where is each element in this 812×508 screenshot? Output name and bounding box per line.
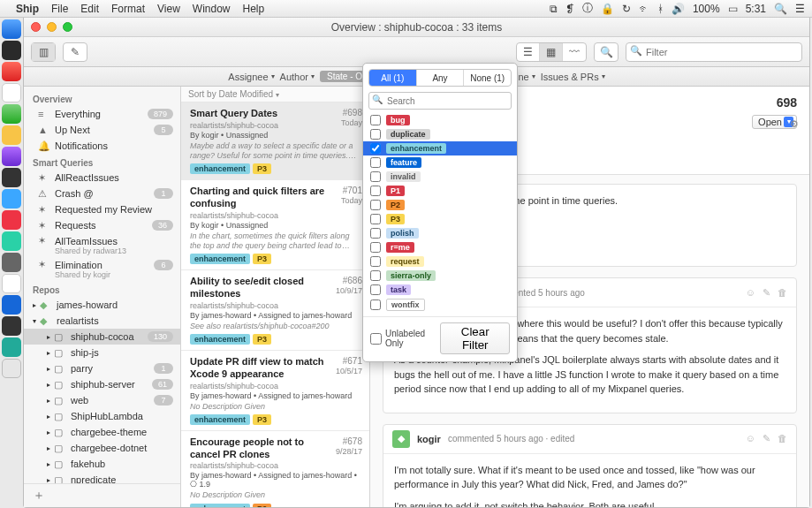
lock-icon[interactable]: 🔒 — [601, 3, 614, 15]
issue-row[interactable]: #701 Today Charting and quick filters ar… — [181, 180, 369, 270]
sidebar-item[interactable]: ✶AllReactIssues — [24, 170, 180, 186]
view-chart-button[interactable]: 〰 — [563, 43, 586, 61]
label-checkbox[interactable] — [370, 284, 381, 295]
dock-item[interactable] — [2, 253, 21, 272]
label-filter-row[interactable]: r=me — [363, 240, 517, 254]
sidebar-item[interactable]: ≡Everything879 — [24, 106, 180, 122]
dock-item[interactable] — [2, 210, 21, 230]
sidebar-item[interactable]: 🔔Notifications — [24, 138, 180, 154]
sidebar-repo-item[interactable]: ▸▢shiphub-cocoa130 — [24, 329, 180, 345]
label-search-input[interactable] — [368, 92, 512, 110]
bluetooth-icon[interactable]: ᚼ — [657, 3, 664, 15]
dock-item[interactable] — [2, 147, 21, 166]
window-minimize-button[interactable] — [47, 22, 57, 32]
issue-row[interactable]: #698 Today Smart Query Dates realartists… — [181, 102, 369, 180]
dock-item[interactable] — [2, 359, 21, 378]
sidebar-item[interactable]: ✶Requested my Review — [24, 201, 180, 217]
clear-filter-button[interactable]: Clear Filter — [440, 322, 510, 354]
sidebar-repo-item[interactable]: ▸▢parry1 — [24, 360, 180, 376]
sidebar-repo-item[interactable]: ▸▢ShipHubLambda — [24, 408, 180, 424]
label-checkbox[interactable] — [370, 143, 381, 154]
sidebar-repo-item[interactable]: ▸▢ship-js — [24, 345, 180, 360]
view-columns-button[interactable]: ▦ — [540, 43, 563, 61]
issue-row[interactable]: #686 10/9/17 Ability to see/edit closed … — [181, 270, 369, 351]
dock-item[interactable] — [2, 274, 21, 293]
label-checkbox[interactable] — [370, 200, 381, 210]
dock-item[interactable] — [2, 83, 21, 102]
battery-icon[interactable]: ▭ — [728, 3, 738, 15]
sidebar-repo-item[interactable]: ▸▢chargebee-theme — [24, 424, 180, 440]
issue-row[interactable]: #671 10/5/17 Update PR diff view to matc… — [181, 351, 369, 431]
sidebar-toggle-button[interactable]: ▥ — [32, 43, 55, 61]
label-checkbox[interactable] — [370, 214, 381, 224]
menu-help[interactable]: Help — [243, 3, 265, 15]
menu-window[interactable]: Window — [193, 3, 231, 15]
status-icon[interactable]: ❡ — [565, 3, 574, 15]
issue-row[interactable]: #678 9/28/17 Encourage people not to can… — [181, 431, 369, 507]
label-mode-all[interactable]: All (1) — [369, 70, 417, 86]
label-filter-row[interactable]: P2 — [363, 198, 517, 212]
filter-author[interactable]: Author▾ — [280, 72, 315, 82]
volume-icon[interactable]: 🔊 — [672, 3, 685, 15]
sidebar-item[interactable]: ✶Requests36 — [24, 217, 180, 233]
edit-icon[interactable]: ✎ — [763, 287, 770, 299]
sidebar-repo-item[interactable]: ▸▢web7 — [24, 392, 180, 408]
view-list-button[interactable]: ☰ — [517, 43, 540, 61]
detail-config-icon[interactable]: ⚙ — [790, 118, 799, 130]
label-checkbox[interactable] — [370, 129, 381, 140]
label-checkbox[interactable] — [370, 256, 381, 267]
dock-item[interactable] — [2, 41, 21, 60]
sort-header[interactable]: Sort by Date Modified ▾ — [181, 87, 369, 102]
filter-input[interactable] — [626, 42, 802, 62]
menu-file[interactable]: File — [51, 3, 68, 15]
spotlight-icon[interactable]: 🔍 — [774, 3, 787, 15]
filter-issues-prs[interactable]: Issues & PRs▾ — [541, 72, 605, 82]
menu-view[interactable]: View — [157, 3, 180, 15]
dock-item[interactable] — [2, 231, 21, 251]
reaction-icon[interactable]: ☺ — [746, 433, 755, 444]
dropbox-icon[interactable]: ⧉ — [550, 3, 558, 15]
dock-item[interactable] — [2, 337, 21, 357]
label-filter-row[interactable]: P3 — [363, 212, 517, 226]
dock-item[interactable] — [2, 125, 21, 145]
sidebar-item[interactable]: ✶Elimination6Shared by kogir — [24, 257, 180, 281]
dock-item[interactable] — [2, 168, 21, 187]
unlabeled-only-checkbox[interactable]: Unlabeled Only — [370, 322, 440, 354]
sidebar-repo-item[interactable]: ▸▢chargebee-dotnet — [24, 440, 180, 456]
label-checkbox[interactable] — [370, 299, 381, 310]
delete-icon[interactable]: 🗑 — [778, 433, 787, 444]
sidebar-item[interactable]: ▲Up Next5 — [24, 122, 180, 138]
label-checkbox[interactable] — [370, 115, 381, 125]
sync-icon[interactable]: ↻ — [622, 3, 631, 15]
label-checkbox[interactable] — [370, 242, 381, 253]
inspect-button[interactable]: 🔍 — [595, 43, 618, 61]
app-menu[interactable]: Ship — [16, 3, 39, 15]
label-filter-row[interactable]: duplicate — [363, 127, 517, 141]
menu-format[interactable]: Format — [111, 3, 145, 15]
compose-button[interactable]: ✎ — [64, 43, 87, 61]
dock-item[interactable] — [2, 189, 21, 209]
window-close-button[interactable] — [31, 22, 41, 32]
label-filter-row[interactable]: enhancement — [363, 141, 517, 155]
dock-item[interactable] — [2, 19, 21, 39]
label-filter-row[interactable]: P1 — [363, 184, 517, 198]
notification-center-icon[interactable]: ☰ — [795, 3, 805, 15]
dock-item[interactable] — [2, 104, 21, 124]
sidebar-repo-item[interactable]: ▸▢fakehub — [24, 456, 180, 472]
dock-item[interactable] — [2, 295, 21, 315]
label-filter-row[interactable]: request — [363, 254, 517, 269]
window-maximize-button[interactable] — [63, 22, 72, 32]
label-filter-row[interactable]: task — [363, 283, 517, 297]
sidebar-repo-item[interactable]: ▸▢shiphub-server61 — [24, 376, 180, 392]
label-filter-row[interactable]: sierra-only — [363, 269, 517, 283]
label-mode-any[interactable]: Any — [417, 70, 465, 86]
label-checkbox[interactable] — [370, 228, 381, 239]
sidebar-add-button[interactable]: ＋ — [24, 483, 180, 507]
reaction-icon[interactable]: ☺ — [746, 287, 755, 299]
label-checkbox[interactable] — [370, 171, 381, 182]
label-filter-row[interactable]: wontfix — [363, 297, 517, 313]
sidebar-repo-owner[interactable]: ▾◆realartists — [24, 313, 180, 329]
label-filter-row[interactable]: invalid — [363, 170, 517, 184]
label-filter-row[interactable]: feature — [363, 155, 517, 170]
sidebar-repo-owner[interactable]: ▸◆james-howard — [24, 297, 180, 313]
